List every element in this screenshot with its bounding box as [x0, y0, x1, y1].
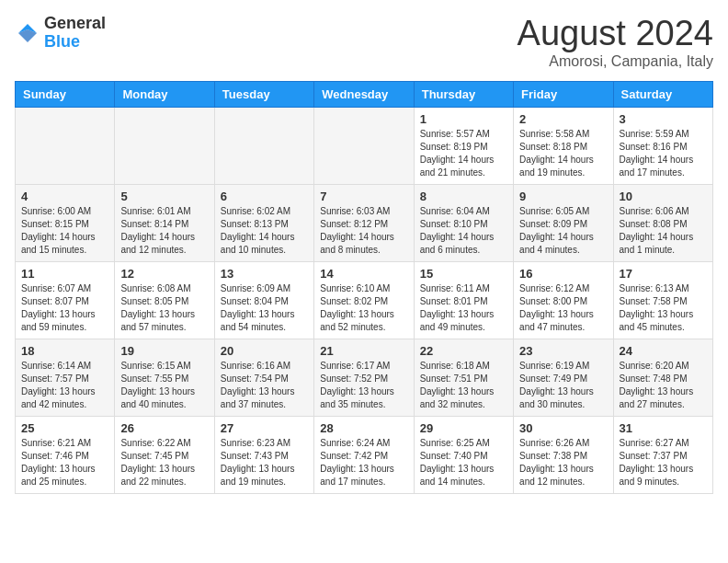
day-number: 9: [519, 190, 607, 203]
calendar-cell-4-3: 20Sunrise: 6:16 AM Sunset: 7:54 PM Dayli…: [214, 339, 313, 416]
calendar-week-4: 18Sunrise: 6:14 AM Sunset: 7:57 PM Dayli…: [16, 339, 713, 416]
weekday-row: SundayMondayTuesdayWednesdayThursdayFrid…: [16, 81, 713, 107]
day-number: 30: [519, 421, 607, 435]
calendar-cell-5-3: 27Sunrise: 6:23 AM Sunset: 7:43 PM Dayli…: [214, 416, 313, 493]
day-info: Sunrise: 6:26 AM Sunset: 7:38 PM Dayligh…: [519, 437, 607, 488]
calendar-week-5: 25Sunrise: 6:21 AM Sunset: 7:46 PM Dayli…: [16, 416, 713, 493]
calendar-cell-4-5: 22Sunrise: 6:18 AM Sunset: 7:51 PM Dayli…: [414, 339, 513, 416]
day-info: Sunrise: 6:03 AM Sunset: 8:12 PM Dayligh…: [320, 205, 407, 257]
day-number: 7: [320, 190, 407, 203]
calendar-cell-2-3: 6Sunrise: 6:02 AM Sunset: 8:13 PM Daylig…: [214, 184, 313, 261]
title-block: August 2024 Amorosi, Campania, Italy: [518, 15, 713, 70]
day-info: Sunrise: 6:19 AM Sunset: 7:49 PM Dayligh…: [519, 360, 607, 411]
day-info: Sunrise: 6:08 AM Sunset: 8:05 PM Dayligh…: [120, 282, 208, 334]
day-info: Sunrise: 6:12 AM Sunset: 8:00 PM Dayligh…: [519, 282, 607, 334]
calendar-cell-2-5: 8Sunrise: 6:04 AM Sunset: 8:10 PM Daylig…: [414, 184, 513, 261]
weekday-header-saturday: Saturday: [613, 81, 712, 107]
day-info: Sunrise: 6:01 AM Sunset: 8:14 PM Dayligh…: [120, 205, 208, 257]
calendar-cell-3-2: 12Sunrise: 6:08 AM Sunset: 8:05 PM Dayli…: [115, 261, 214, 339]
day-number: 4: [21, 190, 108, 203]
logo: General Blue: [15, 15, 106, 52]
calendar-cell-3-4: 14Sunrise: 6:10 AM Sunset: 8:02 PM Dayli…: [314, 261, 414, 339]
calendar-cell-4-4: 21Sunrise: 6:17 AM Sunset: 7:52 PM Dayli…: [314, 339, 414, 416]
calendar-cell-3-3: 13Sunrise: 6:09 AM Sunset: 8:04 PM Dayli…: [214, 261, 313, 339]
calendar-cell-1-1: [16, 107, 115, 184]
logo-text-general: General: [44, 14, 106, 32]
day-number: 23: [519, 344, 607, 358]
day-number: 27: [221, 421, 308, 435]
day-info: Sunrise: 6:20 AM Sunset: 7:48 PM Dayligh…: [620, 360, 707, 411]
day-number: 8: [420, 190, 507, 203]
weekday-header-sunday: Sunday: [16, 81, 115, 107]
weekday-header-wednesday: Wednesday: [314, 81, 414, 107]
day-number: 15: [420, 267, 507, 281]
logo-text-blue: Blue: [44, 32, 80, 51]
day-info: Sunrise: 6:02 AM Sunset: 8:13 PM Dayligh…: [221, 205, 308, 257]
day-info: Sunrise: 6:15 AM Sunset: 7:55 PM Dayligh…: [120, 360, 208, 411]
calendar-cell-1-3: [214, 107, 313, 184]
calendar-cell-2-7: 10Sunrise: 6:06 AM Sunset: 8:08 PM Dayli…: [613, 184, 712, 261]
calendar-cell-5-1: 25Sunrise: 6:21 AM Sunset: 7:46 PM Dayli…: [16, 416, 115, 493]
day-info: Sunrise: 6:14 AM Sunset: 7:57 PM Dayligh…: [21, 360, 108, 411]
calendar-header: SundayMondayTuesdayWednesdayThursdayFrid…: [16, 81, 713, 107]
day-number: 16: [519, 267, 607, 281]
day-number: 12: [120, 267, 208, 281]
logo-icon: [15, 20, 40, 46]
weekday-header-monday: Monday: [115, 81, 214, 107]
day-number: 24: [620, 344, 707, 358]
page-header: General Blue August 2024 Amorosi, Campan…: [15, 15, 713, 70]
day-number: 31: [620, 421, 707, 435]
calendar-cell-3-7: 17Sunrise: 6:13 AM Sunset: 7:58 PM Dayli…: [613, 261, 712, 339]
calendar-table: SundayMondayTuesdayWednesdayThursdayFrid…: [15, 81, 713, 494]
day-info: Sunrise: 5:57 AM Sunset: 8:19 PM Dayligh…: [420, 128, 507, 179]
month-title: August 2024: [518, 15, 713, 53]
calendar-week-1: 1Sunrise: 5:57 AM Sunset: 8:19 PM Daylig…: [16, 107, 713, 184]
day-info: Sunrise: 6:05 AM Sunset: 8:09 PM Dayligh…: [519, 205, 607, 257]
day-number: 25: [21, 421, 108, 435]
day-info: Sunrise: 6:22 AM Sunset: 7:45 PM Dayligh…: [120, 437, 208, 488]
calendar-cell-1-7: 3Sunrise: 5:59 AM Sunset: 8:16 PM Daylig…: [613, 107, 712, 184]
calendar-week-3: 11Sunrise: 6:07 AM Sunset: 8:07 PM Dayli…: [16, 261, 713, 339]
day-info: Sunrise: 6:24 AM Sunset: 7:42 PM Dayligh…: [320, 437, 407, 488]
calendar-cell-1-6: 2Sunrise: 5:58 AM Sunset: 8:18 PM Daylig…: [514, 107, 613, 184]
day-info: Sunrise: 6:25 AM Sunset: 7:40 PM Dayligh…: [420, 437, 507, 488]
day-number: 10: [620, 190, 707, 203]
calendar-cell-1-5: 1Sunrise: 5:57 AM Sunset: 8:19 PM Daylig…: [414, 107, 513, 184]
day-number: 20: [221, 344, 308, 358]
day-number: 3: [620, 112, 707, 126]
day-number: 5: [120, 190, 208, 203]
calendar-cell-4-2: 19Sunrise: 6:15 AM Sunset: 7:55 PM Dayli…: [115, 339, 214, 416]
calendar-cell-4-7: 24Sunrise: 6:20 AM Sunset: 7:48 PM Dayli…: [613, 339, 712, 416]
calendar-cell-5-2: 26Sunrise: 6:22 AM Sunset: 7:45 PM Dayli…: [115, 416, 214, 493]
calendar-cell-5-6: 30Sunrise: 6:26 AM Sunset: 7:38 PM Dayli…: [514, 416, 613, 493]
day-number: 17: [620, 267, 707, 281]
day-number: 6: [221, 190, 308, 203]
day-number: 13: [221, 267, 308, 281]
day-number: 28: [320, 421, 407, 435]
calendar-body: 1Sunrise: 5:57 AM Sunset: 8:19 PM Daylig…: [16, 107, 713, 493]
day-number: 2: [519, 112, 607, 126]
weekday-header-friday: Friday: [514, 81, 613, 107]
day-number: 26: [120, 421, 208, 435]
day-info: Sunrise: 6:23 AM Sunset: 7:43 PM Dayligh…: [221, 437, 308, 488]
day-number: 1: [420, 112, 507, 126]
calendar-cell-2-2: 5Sunrise: 6:01 AM Sunset: 8:14 PM Daylig…: [115, 184, 214, 261]
day-info: Sunrise: 5:58 AM Sunset: 8:18 PM Dayligh…: [519, 128, 607, 179]
calendar-week-2: 4Sunrise: 6:00 AM Sunset: 8:15 PM Daylig…: [16, 184, 713, 261]
calendar-cell-3-1: 11Sunrise: 6:07 AM Sunset: 8:07 PM Dayli…: [16, 261, 115, 339]
day-info: Sunrise: 6:16 AM Sunset: 7:54 PM Dayligh…: [221, 360, 308, 411]
calendar-cell-1-4: [314, 107, 414, 184]
weekday-header-tuesday: Tuesday: [214, 81, 313, 107]
calendar-cell-4-6: 23Sunrise: 6:19 AM Sunset: 7:49 PM Dayli…: [514, 339, 613, 416]
day-info: Sunrise: 6:09 AM Sunset: 8:04 PM Dayligh…: [221, 282, 308, 334]
calendar-cell-5-7: 31Sunrise: 6:27 AM Sunset: 7:37 PM Dayli…: [613, 416, 712, 493]
calendar-cell-3-5: 15Sunrise: 6:11 AM Sunset: 8:01 PM Dayli…: [414, 261, 513, 339]
calendar-cell-2-1: 4Sunrise: 6:00 AM Sunset: 8:15 PM Daylig…: [16, 184, 115, 261]
day-number: 29: [420, 421, 507, 435]
day-info: Sunrise: 5:59 AM Sunset: 8:16 PM Dayligh…: [620, 128, 707, 179]
day-info: Sunrise: 6:00 AM Sunset: 8:15 PM Dayligh…: [21, 205, 108, 257]
day-info: Sunrise: 6:10 AM Sunset: 8:02 PM Dayligh…: [320, 282, 407, 334]
day-number: 22: [420, 344, 507, 358]
day-info: Sunrise: 6:07 AM Sunset: 8:07 PM Dayligh…: [21, 282, 108, 334]
weekday-header-thursday: Thursday: [414, 81, 513, 107]
